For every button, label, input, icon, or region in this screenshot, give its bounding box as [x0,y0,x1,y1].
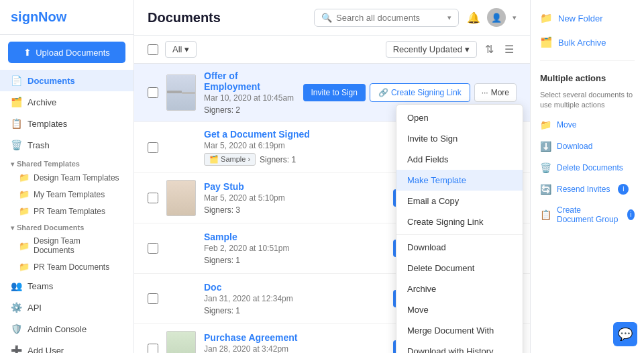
sort-label: Recently Updated [393,44,462,54]
sort-button[interactable]: Recently Updated ▾ [386,41,477,58]
doc-name[interactable]: Offer of Employment [204,70,260,92]
create-signing-link-button[interactable]: 🔗 Create Signing Link [370,83,470,102]
sidebar-item-design-team-docs[interactable]: 📁 Design Team Documents [0,233,133,258]
resend-icon: 🔄 [540,184,551,195]
search-dropdown-icon[interactable]: ▾ [447,13,451,22]
context-menu-move[interactable]: Move [396,299,523,320]
sidebar-item-add-user[interactable]: ➕ Add User [0,340,133,353]
sidebar-item-label: Trash [28,140,50,150]
doc-checkbox[interactable] [148,87,158,98]
context-menu: Open Invite to Sign Add Fields Make Temp… [396,104,523,353]
main-area: Documents 🔍 ▾ 🔔 👤 ▾ All ▾ [134,0,530,353]
upload-button[interactable]: ⬆ Upload Documents [8,42,125,63]
doc-name[interactable]: Get a Document Signed [204,129,310,140]
doc-name[interactable]: Pay Stub [204,181,244,192]
context-menu-invite[interactable]: Invite to Sign [396,128,523,149]
folder-icon: 📁 [19,241,30,251]
sidebar-item-api[interactable]: ⚙️ API [0,297,133,318]
download-label: Download [557,142,592,151]
move-label: Move [557,120,576,130]
context-menu-delete[interactable]: Delete Document [396,258,523,279]
doc-signers: Signers: 1 [204,256,240,265]
doc-info: Sample Feb 2, 2020 at 10:51pm Signers: 1 [204,232,385,265]
download-action[interactable]: ⬇️ Download [540,139,635,154]
sidebar-item-admin-console[interactable]: 🛡️ Admin Console [0,318,133,340]
sidebar-item-archive[interactable]: 🗂️ Archive [0,91,133,113]
doc-name[interactable]: Sample [204,232,237,242]
doc-thumbnail [166,180,196,216]
context-menu-email-copy[interactable]: Email a Copy [396,191,523,211]
avatar[interactable]: 👤 [487,8,506,27]
doc-name[interactable]: Doc [204,282,221,293]
context-menu-download[interactable]: Download [396,237,523,258]
doc-thumbnail [166,281,196,317]
filter-dropdown-icon: ▾ [184,44,189,54]
doc-signers: Signers: 2 [204,105,240,115]
shared-templates-section[interactable]: ▾ Shared Templates [0,156,133,169]
sidebar-item-pr-team-templates[interactable]: 📁 PR Team Templates [0,203,133,219]
shared-documents-section[interactable]: ▾ Shared Documents [0,219,133,233]
doc-name[interactable]: Purchase Agreement [204,332,298,343]
folder-icon: 📁 [19,262,30,272]
notification-icon[interactable]: 🔔 [467,11,480,24]
context-menu-add-fields[interactable]: Add Fields [396,149,523,170]
documents-icon: 📄 [11,75,22,86]
create-doc-group-action[interactable]: 📋 Create Document Group i [540,203,635,226]
bulk-archive-icon: 🗂️ [540,36,553,48]
delete-docs-label: Delete Documents [557,163,623,172]
doc-meta: Signers: 1 [204,256,385,265]
folder-icon: 📁 [19,206,30,216]
filter-button[interactable]: All ▾ [165,41,197,58]
doc-checkbox[interactable] [148,344,158,353]
doc-meta: Signers: 1 [204,306,385,315]
context-menu-make-template[interactable]: Make Template [396,170,523,191]
shared-documents-label: Shared Documents [17,223,84,232]
grid-view-button[interactable]: ☰ [502,42,517,57]
doc-info: Offer of Employment Mar 10, 2020 at 10:4… [204,70,295,115]
bulk-archive-action[interactable]: 🗂️ Bulk Archive [540,34,635,51]
doc-date: Jan 31, 2020 at 12:34pm [204,294,385,303]
doc-thumbnail [166,130,196,166]
sidebar-item-design-team-templates[interactable]: 📁 Design Team Templates [0,169,133,186]
search-input[interactable] [336,13,443,23]
delete-documents-action[interactable]: 🗑️ Delete Documents [540,160,635,175]
sidebar-item-templates[interactable]: 📋 Templates [0,113,133,134]
sidebar-item-documents[interactable]: 📄 Documents [0,70,133,91]
context-menu-download-history[interactable]: Download with History [396,341,523,353]
doc-signers: Signers: 1 [204,306,240,315]
more-button[interactable]: ··· More [474,83,517,102]
sidebar-item-label: Templates [28,119,67,129]
sidebar-item-teams[interactable]: 👥 Teams [0,275,133,297]
app-name: signNow [11,9,66,24]
doc-checkbox[interactable] [148,293,158,304]
context-menu-archive[interactable]: Archive [396,279,523,299]
doc-checkbox[interactable] [148,193,158,203]
resend-invites-action[interactable]: 🔄 Resend Invites i [540,182,635,197]
context-menu-merge[interactable]: Merge Document With [396,320,523,341]
doc-info: Doc Jan 31, 2020 at 12:34pm Signers: 1 [204,282,385,315]
new-folder-action[interactable]: 📁 New Folder [540,9,635,27]
doc-date: Mar 10, 2020 at 10:45am [204,93,295,103]
sample-badge[interactable]: 🗂️ Sample › [204,153,256,166]
sidebar-item-my-team-templates[interactable]: 📁 My Team Templates [0,186,133,203]
invite-to-sign-button[interactable]: Invite to Sign [303,84,366,101]
doc-checkbox[interactable] [148,243,158,254]
context-menu-open[interactable]: Open [396,107,523,128]
download-icon: ⬇️ [540,141,551,152]
sort-dropdown-icon: ▾ [465,44,470,54]
context-menu-create-signing-link[interactable]: Create Signing Link [396,211,523,232]
move-action[interactable]: 📁 Move [540,117,635,132]
create-group-info-button[interactable]: i [627,209,635,220]
sidebar-item-label: Teams [28,281,53,291]
avatar-dropdown-icon[interactable]: ▾ [513,13,517,22]
search-icon: 🔍 [321,13,332,23]
sidebar-item-trash[interactable]: 🗑️ Trash [0,134,133,156]
list-view-sort-button[interactable]: ⇅ [482,42,496,57]
sidebar-item-pr-team-docs[interactable]: 📁 PR Team Documents [0,258,133,275]
create-group-icon: 📋 [540,209,551,220]
chat-button[interactable]: 💬 [613,322,637,346]
resend-info-button[interactable]: i [618,184,629,195]
doc-checkbox[interactable] [148,142,158,153]
header-icons: 🔔 👤 ▾ [467,8,517,27]
select-all-checkbox[interactable] [148,44,158,55]
